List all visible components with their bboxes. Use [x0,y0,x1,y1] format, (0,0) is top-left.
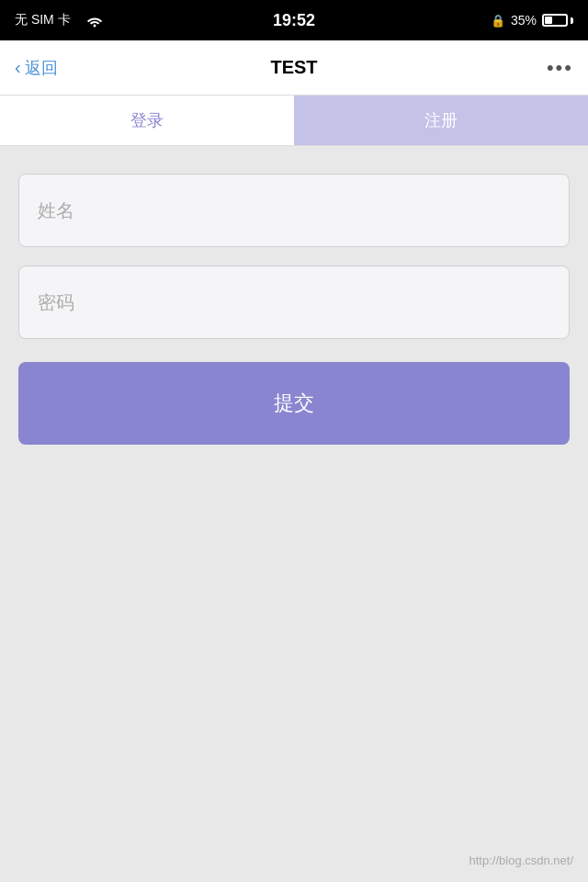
battery-indicator [542,14,573,27]
tab-login[interactable]: 登录 [0,96,294,145]
password-input[interactable] [18,266,570,339]
battery-tip [571,17,573,24]
status-left: 无 SIM 卡 [15,12,104,28]
tab-register[interactable]: 注册 [294,96,588,145]
nav-bar: ‹ 返回 TEST ••• [0,40,588,96]
back-button[interactable]: ‹ 返回 [15,57,58,79]
form-content: 提交 [0,146,588,463]
submit-button[interactable]: 提交 [18,362,570,445]
battery-body [542,14,568,27]
status-time: 19:52 [273,11,315,30]
nav-title: TEST [270,57,317,78]
back-label: 返回 [25,57,58,79]
back-chevron-icon: ‹ [15,57,21,78]
status-right: 🔒 35% [491,13,573,28]
battery-percent: 35% [511,13,537,28]
wifi-icon [85,13,104,28]
name-input[interactable] [18,174,570,247]
more-button[interactable]: ••• [547,56,573,80]
tab-bar: 登录 注册 [0,96,588,146]
tab-register-label: 注册 [424,109,458,131]
carrier-text: 无 SIM 卡 [15,12,71,28]
battery-fill [545,17,552,24]
tab-login-label: 登录 [130,109,164,131]
watermark: http://blog.csdn.net/ [469,854,573,867]
lock-icon: 🔒 [491,14,505,28]
status-bar: 无 SIM 卡 19:52 🔒 35% [0,0,588,40]
